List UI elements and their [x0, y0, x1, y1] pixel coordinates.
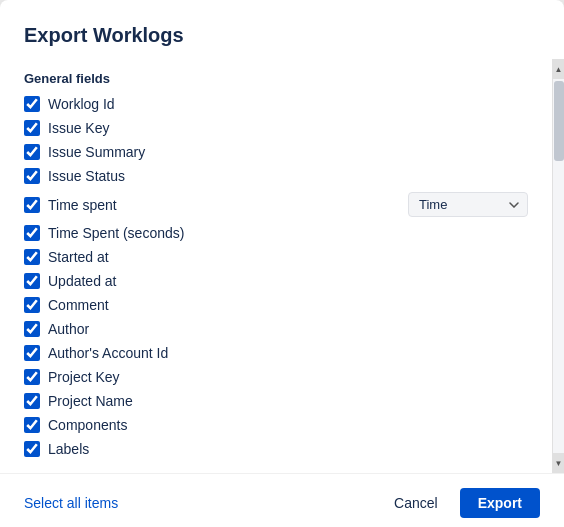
checkbox-label-issue-summary: Issue Summary [48, 144, 528, 160]
select-all-button[interactable]: Select all items [24, 495, 118, 511]
checkbox-project-key[interactable] [24, 369, 40, 385]
checkbox-label-started-at: Started at [48, 249, 528, 265]
checkbox-time-spent-seconds[interactable] [24, 225, 40, 241]
checkbox-labels[interactable] [24, 441, 40, 457]
scrollable-content: General fields Worklog IdIssue KeyIssue … [0, 59, 552, 473]
checkboxes-container: Worklog IdIssue KeyIssue SummaryIssue St… [24, 96, 528, 457]
checkbox-item-time-spent: Time spentTimeSecondsBoth [24, 192, 528, 217]
checkbox-time-spent[interactable] [24, 197, 40, 213]
modal-header: Export Worklogs [0, 0, 564, 59]
checkbox-label-author-account-id: Author's Account Id [48, 345, 528, 361]
checkbox-author[interactable] [24, 321, 40, 337]
checkbox-item-project-key: Project Key [24, 369, 528, 385]
checkbox-item-components: Components [24, 417, 528, 433]
checkbox-label-worklog-id: Worklog Id [48, 96, 528, 112]
checkbox-label-time-spent-seconds: Time Spent (seconds) [48, 225, 528, 241]
checkbox-components[interactable] [24, 417, 40, 433]
checkbox-label-labels: Labels [48, 441, 528, 457]
checkbox-item-labels: Labels [24, 441, 528, 457]
scroll-down-button[interactable]: ▼ [553, 453, 564, 473]
checkbox-started-at[interactable] [24, 249, 40, 265]
scroll-up-button[interactable]: ▲ [553, 59, 564, 79]
checkbox-item-worklog-id: Worklog Id [24, 96, 528, 112]
checkbox-issue-key[interactable] [24, 120, 40, 136]
section-title-general: General fields [24, 71, 528, 86]
checkbox-label-issue-key: Issue Key [48, 120, 528, 136]
checkbox-label-project-name: Project Name [48, 393, 528, 409]
checkbox-issue-summary[interactable] [24, 144, 40, 160]
checkbox-item-updated-at: Updated at [24, 273, 528, 289]
modal-footer: Select all items Cancel Export [0, 473, 564, 527]
checkbox-label-updated-at: Updated at [48, 273, 528, 289]
modal-title: Export Worklogs [24, 24, 540, 47]
export-worklogs-modal: Export Worklogs General fields Worklog I… [0, 0, 564, 527]
checkbox-label-author: Author [48, 321, 528, 337]
checkbox-label-time-spent: Time spent [48, 197, 400, 213]
time-format-dropdown[interactable]: TimeSecondsBoth [408, 192, 528, 217]
checkbox-updated-at[interactable] [24, 273, 40, 289]
checkbox-label-components: Components [48, 417, 528, 433]
checkbox-item-project-name: Project Name [24, 393, 528, 409]
checkbox-label-issue-status: Issue Status [48, 168, 528, 184]
cancel-button[interactable]: Cancel [382, 489, 450, 517]
checkbox-item-author: Author [24, 321, 528, 337]
export-button[interactable]: Export [460, 488, 540, 518]
checkbox-item-author-account-id: Author's Account Id [24, 345, 528, 361]
checkbox-item-issue-status: Issue Status [24, 168, 528, 184]
checkbox-item-started-at: Started at [24, 249, 528, 265]
checkbox-item-comment: Comment [24, 297, 528, 313]
scroll-thumb[interactable] [554, 81, 564, 161]
modal-body: General fields Worklog IdIssue KeyIssue … [0, 59, 564, 473]
checkbox-comment[interactable] [24, 297, 40, 313]
checkbox-item-issue-summary: Issue Summary [24, 144, 528, 160]
checkbox-project-name[interactable] [24, 393, 40, 409]
checkbox-issue-status[interactable] [24, 168, 40, 184]
checkbox-label-project-key: Project Key [48, 369, 528, 385]
checkbox-worklog-id[interactable] [24, 96, 40, 112]
checkbox-author-account-id[interactable] [24, 345, 40, 361]
footer-right: Cancel Export [382, 488, 540, 518]
scroll-track: ▲ ▼ [552, 59, 564, 473]
checkbox-item-issue-key: Issue Key [24, 120, 528, 136]
checkbox-item-time-spent-seconds: Time Spent (seconds) [24, 225, 528, 241]
checkbox-label-comment: Comment [48, 297, 528, 313]
